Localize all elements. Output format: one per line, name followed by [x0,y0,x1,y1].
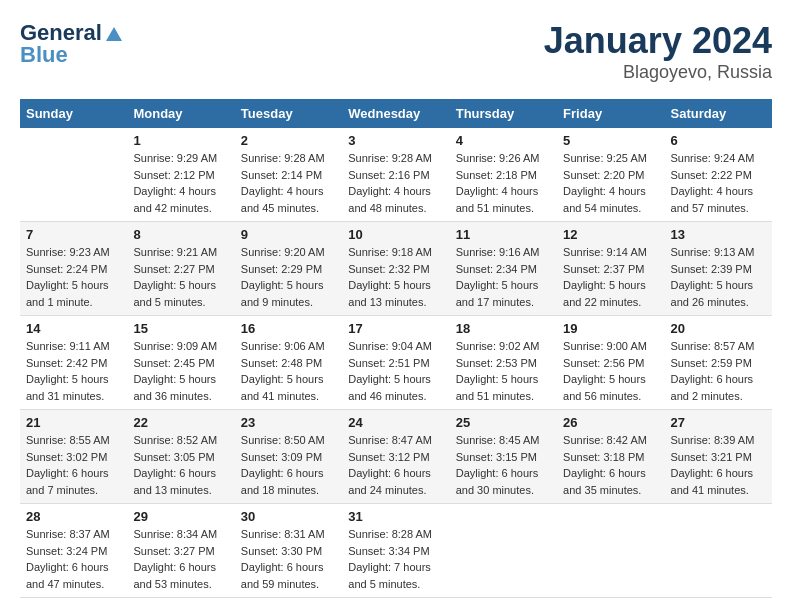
day-info: Sunrise: 9:13 AM Sunset: 2:39 PM Dayligh… [671,244,766,310]
day-info: Sunrise: 8:34 AM Sunset: 3:27 PM Dayligh… [133,526,228,592]
calendar-cell: 24Sunrise: 8:47 AM Sunset: 3:12 PM Dayli… [342,410,449,504]
calendar-cell: 30Sunrise: 8:31 AM Sunset: 3:30 PM Dayli… [235,504,342,598]
day-number: 30 [241,509,336,524]
day-number: 17 [348,321,443,336]
calendar-table: SundayMondayTuesdayWednesdayThursdayFrid… [20,99,772,598]
calendar-cell: 2Sunrise: 9:28 AM Sunset: 2:14 PM Daylig… [235,128,342,222]
day-number: 23 [241,415,336,430]
calendar-cell: 25Sunrise: 8:45 AM Sunset: 3:15 PM Dayli… [450,410,557,504]
day-header-wednesday: Wednesday [342,99,449,128]
calendar-cell: 26Sunrise: 8:42 AM Sunset: 3:18 PM Dayli… [557,410,664,504]
day-number: 14 [26,321,121,336]
calendar-cell: 29Sunrise: 8:34 AM Sunset: 3:27 PM Dayli… [127,504,234,598]
calendar-cell: 9Sunrise: 9:20 AM Sunset: 2:29 PM Daylig… [235,222,342,316]
calendar-cell: 23Sunrise: 8:50 AM Sunset: 3:09 PM Dayli… [235,410,342,504]
day-number: 1 [133,133,228,148]
day-header-thursday: Thursday [450,99,557,128]
calendar-cell: 11Sunrise: 9:16 AM Sunset: 2:34 PM Dayli… [450,222,557,316]
calendar-cell: 16Sunrise: 9:06 AM Sunset: 2:48 PM Dayli… [235,316,342,410]
day-info: Sunrise: 9:28 AM Sunset: 2:16 PM Dayligh… [348,150,443,216]
day-number: 20 [671,321,766,336]
day-info: Sunrise: 8:52 AM Sunset: 3:05 PM Dayligh… [133,432,228,498]
day-info: Sunrise: 8:42 AM Sunset: 3:18 PM Dayligh… [563,432,658,498]
calendar-week-row: 7Sunrise: 9:23 AM Sunset: 2:24 PM Daylig… [20,222,772,316]
day-info: Sunrise: 9:16 AM Sunset: 2:34 PM Dayligh… [456,244,551,310]
logo-arrow-icon [104,23,124,43]
day-info: Sunrise: 8:50 AM Sunset: 3:09 PM Dayligh… [241,432,336,498]
day-number: 31 [348,509,443,524]
day-info: Sunrise: 9:18 AM Sunset: 2:32 PM Dayligh… [348,244,443,310]
day-number: 10 [348,227,443,242]
calendar-week-row: 1Sunrise: 9:29 AM Sunset: 2:12 PM Daylig… [20,128,772,222]
calendar-cell: 27Sunrise: 8:39 AM Sunset: 3:21 PM Dayli… [665,410,772,504]
day-number: 9 [241,227,336,242]
calendar-cell: 15Sunrise: 9:09 AM Sunset: 2:45 PM Dayli… [127,316,234,410]
day-info: Sunrise: 9:23 AM Sunset: 2:24 PM Dayligh… [26,244,121,310]
day-number: 3 [348,133,443,148]
day-number: 7 [26,227,121,242]
day-info: Sunrise: 9:14 AM Sunset: 2:37 PM Dayligh… [563,244,658,310]
day-header-saturday: Saturday [665,99,772,128]
day-number: 11 [456,227,551,242]
calendar-header: SundayMondayTuesdayWednesdayThursdayFrid… [20,99,772,128]
day-info: Sunrise: 9:29 AM Sunset: 2:12 PM Dayligh… [133,150,228,216]
day-number: 16 [241,321,336,336]
calendar-cell: 4Sunrise: 9:26 AM Sunset: 2:18 PM Daylig… [450,128,557,222]
day-info: Sunrise: 8:57 AM Sunset: 2:59 PM Dayligh… [671,338,766,404]
calendar-cell: 8Sunrise: 9:21 AM Sunset: 2:27 PM Daylig… [127,222,234,316]
calendar-cell: 5Sunrise: 9:25 AM Sunset: 2:20 PM Daylig… [557,128,664,222]
calendar-week-row: 14Sunrise: 9:11 AM Sunset: 2:42 PM Dayli… [20,316,772,410]
day-info: Sunrise: 9:06 AM Sunset: 2:48 PM Dayligh… [241,338,336,404]
day-number: 28 [26,509,121,524]
calendar-cell: 13Sunrise: 9:13 AM Sunset: 2:39 PM Dayli… [665,222,772,316]
day-number: 29 [133,509,228,524]
calendar-cell: 12Sunrise: 9:14 AM Sunset: 2:37 PM Dayli… [557,222,664,316]
calendar-cell: 3Sunrise: 9:28 AM Sunset: 2:16 PM Daylig… [342,128,449,222]
calendar-body: 1Sunrise: 9:29 AM Sunset: 2:12 PM Daylig… [20,128,772,598]
calendar-cell [557,504,664,598]
day-number: 18 [456,321,551,336]
calendar-cell [665,504,772,598]
page-header: General Blue January 2024 Blagoyevo, Rus… [20,20,772,83]
day-number: 2 [241,133,336,148]
day-info: Sunrise: 9:02 AM Sunset: 2:53 PM Dayligh… [456,338,551,404]
title-block: January 2024 Blagoyevo, Russia [544,20,772,83]
calendar-title: January 2024 [544,20,772,62]
day-info: Sunrise: 9:24 AM Sunset: 2:22 PM Dayligh… [671,150,766,216]
day-header-monday: Monday [127,99,234,128]
logo-blue: Blue [20,42,68,68]
day-number: 12 [563,227,658,242]
day-number: 24 [348,415,443,430]
day-info: Sunrise: 9:26 AM Sunset: 2:18 PM Dayligh… [456,150,551,216]
day-header-friday: Friday [557,99,664,128]
days-header-row: SundayMondayTuesdayWednesdayThursdayFrid… [20,99,772,128]
svg-marker-0 [106,27,122,41]
day-number: 21 [26,415,121,430]
day-info: Sunrise: 9:04 AM Sunset: 2:51 PM Dayligh… [348,338,443,404]
day-info: Sunrise: 8:55 AM Sunset: 3:02 PM Dayligh… [26,432,121,498]
calendar-cell: 6Sunrise: 9:24 AM Sunset: 2:22 PM Daylig… [665,128,772,222]
calendar-week-row: 28Sunrise: 8:37 AM Sunset: 3:24 PM Dayli… [20,504,772,598]
day-info: Sunrise: 8:47 AM Sunset: 3:12 PM Dayligh… [348,432,443,498]
day-info: Sunrise: 9:11 AM Sunset: 2:42 PM Dayligh… [26,338,121,404]
day-info: Sunrise: 8:28 AM Sunset: 3:34 PM Dayligh… [348,526,443,592]
day-info: Sunrise: 8:45 AM Sunset: 3:15 PM Dayligh… [456,432,551,498]
day-info: Sunrise: 8:39 AM Sunset: 3:21 PM Dayligh… [671,432,766,498]
logo: General Blue [20,20,124,68]
calendar-cell: 28Sunrise: 8:37 AM Sunset: 3:24 PM Dayli… [20,504,127,598]
calendar-cell: 7Sunrise: 9:23 AM Sunset: 2:24 PM Daylig… [20,222,127,316]
calendar-cell: 10Sunrise: 9:18 AM Sunset: 2:32 PM Dayli… [342,222,449,316]
day-header-sunday: Sunday [20,99,127,128]
day-info: Sunrise: 9:20 AM Sunset: 2:29 PM Dayligh… [241,244,336,310]
day-number: 25 [456,415,551,430]
calendar-cell: 18Sunrise: 9:02 AM Sunset: 2:53 PM Dayli… [450,316,557,410]
day-number: 5 [563,133,658,148]
day-info: Sunrise: 9:25 AM Sunset: 2:20 PM Dayligh… [563,150,658,216]
calendar-cell [450,504,557,598]
calendar-cell: 22Sunrise: 8:52 AM Sunset: 3:05 PM Dayli… [127,410,234,504]
day-number: 22 [133,415,228,430]
calendar-cell: 17Sunrise: 9:04 AM Sunset: 2:51 PM Dayli… [342,316,449,410]
calendar-cell: 1Sunrise: 9:29 AM Sunset: 2:12 PM Daylig… [127,128,234,222]
day-info: Sunrise: 9:00 AM Sunset: 2:56 PM Dayligh… [563,338,658,404]
day-number: 26 [563,415,658,430]
